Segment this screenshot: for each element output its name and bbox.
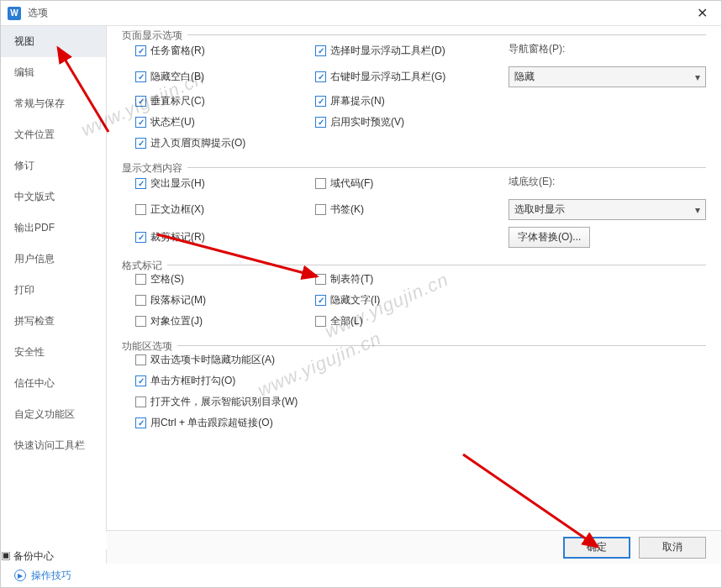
app-logo: W [8, 7, 21, 20]
chk-dc1-0[interactable]: 突出显示(H) [135, 176, 205, 191]
nav-pane-label: 导航窗格(P): [509, 42, 706, 56]
backup-icon: ▣ [1, 550, 11, 562]
chk-pd1-0[interactable]: 任务窗格(R) [135, 44, 205, 58]
field-shading-label: 域底纹(E): [509, 175, 706, 189]
chk-rb-1[interactable]: 单击方框时打勾(O) [135, 374, 706, 388]
sidebar-item-13[interactable]: 快速访问工具栏 [1, 430, 106, 461]
sidebar-item-6[interactable]: 输出PDF [1, 213, 106, 244]
chk-pd1-1[interactable]: 隐藏空白(B) [135, 70, 204, 84]
chk-pd1-2[interactable]: 垂直标尺(C) [135, 94, 205, 108]
group-format-marks: 格式标记 [122, 259, 167, 273]
chk-fm1-2[interactable]: 对象位置(J) [135, 314, 203, 328]
sidebar-item-12[interactable]: 自定义功能区 [1, 399, 106, 430]
sidebar-item-11[interactable]: 信任中心 [1, 368, 106, 399]
sidebar-item-0[interactable]: 视图 [1, 26, 106, 57]
field-shading-select[interactable]: 选取时显示 [509, 199, 706, 220]
chk-pd1-3[interactable]: 状态栏(U) [135, 115, 195, 129]
chk-fm1-1[interactable]: 段落标记(M) [135, 293, 206, 307]
chk-fm1-0[interactable]: 空格(S) [135, 272, 184, 286]
sidebar-item-8[interactable]: 打印 [1, 275, 106, 306]
chk-pd2-1[interactable]: 右键时显示浮动工具栏(G) [315, 70, 445, 84]
group-doc-content: 显示文档内容 [122, 161, 187, 176]
tips-icon: ▶ [14, 570, 26, 581]
chk-pd2-3[interactable]: 启用实时预览(V) [315, 115, 404, 129]
chk-rb-2[interactable]: 打开文件，展示智能识别目录(W) [135, 395, 706, 409]
nav-pane-select[interactable]: 隐藏 [509, 66, 706, 87]
chk-pd2-0[interactable]: 选择时显示浮动工具栏(D) [315, 44, 445, 58]
chk-rb-3[interactable]: 用Ctrl + 单击跟踪超链接(O) [135, 416, 706, 430]
group-page-display: 页面显示选项 [122, 29, 187, 43]
chk-dc2-1[interactable]: 书签(K) [315, 202, 364, 217]
chk-dc1-2[interactable]: 裁剪标记(R) [135, 230, 205, 244]
sidebar-item-7[interactable]: 用户信息 [1, 244, 106, 275]
sidebar-item-2[interactable]: 常规与保存 [1, 88, 106, 119]
window-title: 选项 [28, 6, 690, 20]
group-ribbon-options: 功能区选项 [122, 339, 177, 354]
sidebar-item-10[interactable]: 安全性 [1, 337, 106, 368]
chk-dc2-0[interactable]: 域代码(F) [315, 176, 373, 191]
sidebar-item-3[interactable]: 文件位置 [1, 119, 106, 150]
chk-pd2-2[interactable]: 屏幕提示(N) [315, 94, 385, 108]
ok-button[interactable]: 确定 [563, 537, 630, 559]
sidebar-item-4[interactable]: 修订 [1, 150, 106, 181]
chk-fm2-2[interactable]: 全部(L) [315, 314, 363, 328]
tips-link[interactable]: ▶ 操作技巧 [1, 564, 721, 587]
chk-fm2-0[interactable]: 制表符(T) [315, 272, 373, 286]
sidebar-item-9[interactable]: 拼写检查 [1, 306, 106, 337]
sidebar-item-1[interactable]: 编辑 [1, 57, 106, 88]
chk-dc1-1[interactable]: 正文边框(X) [135, 202, 204, 217]
chk-fm2-1[interactable]: 隐藏文字(I) [315, 293, 380, 307]
sidebar-item-5[interactable]: 中文版式 [1, 181, 106, 213]
cancel-button[interactable]: 取消 [639, 537, 706, 559]
close-icon[interactable]: ✕ [690, 3, 714, 23]
font-substitute-button[interactable]: 字体替换(O)... [509, 227, 590, 248]
chk-rb-0[interactable]: 双击选项卡时隐藏功能区(A) [135, 353, 706, 367]
chk-pd1-4[interactable]: 进入页眉页脚提示(O) [135, 136, 245, 150]
backup-center-button[interactable]: ▣ 备份中心 [1, 549, 107, 564]
